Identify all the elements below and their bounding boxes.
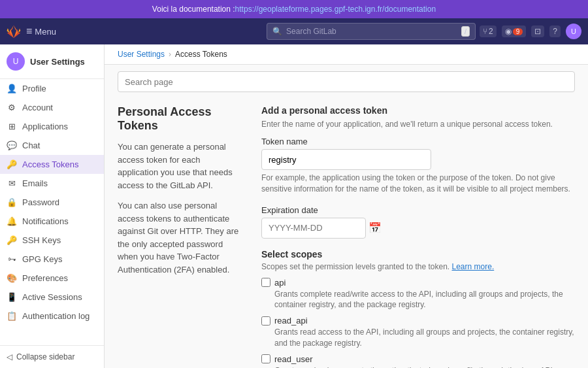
scope-read-user-name: read_user — [274, 354, 313, 364]
add-token-subtitle: Enter the name of your application, and … — [261, 120, 575, 129]
navbar-search[interactable]: 🔍 Search GitLab / — [267, 23, 476, 40]
sidebar-item-label-password: Password — [22, 197, 59, 207]
scopes-title: Select scopes — [261, 249, 575, 259]
scope-read-api-checkbox[interactable] — [261, 316, 270, 326]
navbar-right: ⑂ 2 ◉ 9 ⊡ ? U — [480, 24, 581, 39]
page-title: Personal Access Tokens — [118, 105, 242, 133]
sidebar-item-chat[interactable]: 💬 Chat — [0, 136, 104, 155]
sidebar-item-applications[interactable]: ⊞ Applications — [0, 117, 104, 136]
breadcrumb-parent[interactable]: User Settings — [118, 50, 165, 59]
main-content: User Settings › Access Tokens Personal A… — [105, 44, 588, 368]
sidebar-user-avatar: U — [7, 52, 25, 71]
token-name-input[interactable] — [261, 149, 431, 170]
sidebar-item-label-preferences: Preferences — [22, 273, 68, 283]
emails-icon: ✉ — [7, 178, 17, 188]
merge-requests-icon-group[interactable]: ⑂ 2 — [480, 25, 497, 37]
expiration-date-input[interactable] — [261, 218, 366, 239]
scope-api-checkbox[interactable] — [261, 278, 270, 287]
scope-read-user-checkbox[interactable] — [261, 354, 270, 363]
sidebar-item-ssh-keys[interactable]: 🔑 SSH Keys — [0, 231, 104, 250]
calendar-icon[interactable]: 📅 — [368, 222, 382, 234]
account-icon: ⚙ — [7, 103, 17, 112]
sidebar-collapse-button[interactable]: ◁ Collapse sidebar — [0, 345, 104, 368]
sidebar-item-label-account: Account — [22, 103, 53, 112]
navbar: ≡ Menu 🔍 Search GitLab / ⑂ 2 ◉ 9 ⊡ ? U — [0, 18, 588, 44]
sidebar-item-label-chat: Chat — [22, 141, 40, 150]
sidebar-item-label-ssh-keys: SSH Keys — [22, 235, 61, 245]
sidebar-item-label-active-sessions: Active Sessions — [22, 292, 82, 302]
merge-requests-count: 2 — [489, 27, 493, 36]
issues-icon-group[interactable]: ◉ 9 — [502, 25, 527, 37]
topbar-text: Voici la documentation : — [152, 5, 235, 14]
search-page-bar — [105, 65, 588, 99]
sidebar-item-label-auth-log: Authentication log — [22, 311, 90, 321]
search-page-input[interactable] — [118, 71, 575, 92]
collapse-label: Collapse sidebar — [16, 352, 74, 361]
topbar-link[interactable]: https://geoplateforme.pages.gpf-tech.ign… — [235, 5, 436, 14]
scope-api: api Grants complete read/write access to… — [261, 278, 575, 311]
sidebar-item-preferences[interactable]: 🎨 Preferences — [0, 269, 104, 288]
applications-icon: ⊞ — [7, 122, 17, 131]
active-sessions-icon: 📱 — [7, 292, 17, 302]
scope-read-api-desc: Grants read access to the API, including… — [274, 327, 575, 349]
add-token-title: Add a personal access token — [261, 105, 575, 116]
token-name-label: Token name — [261, 137, 575, 146]
scope-read-api-row: read_api — [261, 316, 575, 326]
sidebar-item-auth-log[interactable]: 📋 Authentication log — [0, 307, 104, 326]
scope-api-row: api — [261, 278, 575, 288]
topbar: Voici la documentation : https://geoplat… — [0, 0, 588, 18]
scope-api-desc: Grants complete read/write access to the… — [274, 289, 575, 311]
sidebar-item-emails[interactable]: ✉ Emails — [0, 174, 104, 193]
sidebar-item-password[interactable]: 🔒 Password — [0, 193, 104, 212]
profile-icon: 👤 — [7, 84, 17, 93]
sidebar-item-gpg-keys[interactable]: 🗝 GPG Keys — [0, 250, 104, 269]
token-name-group: Token name For example, the application … — [261, 137, 575, 195]
search-placeholder: Search GitLab — [286, 27, 336, 36]
content-area: Personal Access Tokens You can generate … — [105, 99, 588, 368]
search-shortcut: / — [461, 26, 470, 37]
gpg-keys-icon: 🗝 — [7, 254, 17, 264]
help-icon: ? — [553, 27, 557, 36]
panel-text-1: You can generate a personal access token… — [118, 141, 242, 192]
merge-requests-icon: ⑂ — [483, 27, 487, 36]
user-avatar[interactable]: U — [566, 24, 581, 39]
scopes-subtitle-text: Scopes set the permission levels granted… — [261, 262, 449, 271]
scope-read-user-row: read_user — [261, 354, 575, 364]
sidebar-item-label-gpg-keys: GPG Keys — [22, 254, 62, 264]
sidebar-item-label-emails: Emails — [22, 178, 48, 188]
help-icon-group[interactable]: ? — [549, 25, 561, 37]
sidebar-item-label-notifications: Notifications — [22, 216, 69, 226]
hamburger-icon: ≡ — [26, 25, 32, 37]
breadcrumb-current: Access Tokens — [175, 50, 227, 59]
pipelines-icon-group[interactable]: ⊡ — [531, 25, 544, 37]
learn-more-link[interactable]: Learn more. — [452, 262, 495, 271]
sidebar-user: U User Settings — [0, 44, 104, 79]
sidebar-item-active-sessions[interactable]: 📱 Active Sessions — [0, 288, 104, 307]
menu-button[interactable]: ≡ Menu — [26, 25, 56, 37]
access-tokens-icon: 🔑 — [7, 159, 17, 169]
search-icon: 🔍 — [272, 27, 282, 36]
sidebar-item-profile[interactable]: 👤 Profile — [0, 79, 104, 98]
sidebar-item-notifications[interactable]: 🔔 Notifications — [0, 212, 104, 231]
right-panel: Add a personal access token Enter the na… — [261, 105, 575, 368]
sidebar-item-label-profile: Profile — [22, 84, 46, 93]
token-name-hint: For example, the application using the t… — [261, 173, 575, 195]
breadcrumb: User Settings › Access Tokens — [105, 44, 588, 65]
expiration-date-group: Expiration date 📅 — [261, 205, 575, 239]
collapse-icon: ◁ — [7, 352, 12, 361]
sidebar: U User Settings 👤 Profile ⚙ Account ⊞ Ap… — [0, 44, 105, 368]
gitlab-logo — [7, 24, 21, 39]
scope-read-api: read_api Grants read access to the API, … — [261, 316, 575, 349]
sidebar-user-name: User Settings — [30, 57, 85, 67]
sidebar-item-access-tokens[interactable]: 🔑 Access Tokens — [0, 155, 104, 174]
scopes-subtitle: Scopes set the permission levels granted… — [261, 262, 575, 271]
pipelines-icon: ⊡ — [534, 27, 541, 36]
ssh-keys-icon: 🔑 — [7, 235, 17, 245]
issues-count: 9 — [513, 28, 523, 35]
sidebar-item-label-applications: Applications — [22, 122, 68, 131]
chat-icon: 💬 — [7, 141, 17, 150]
panel-text-2: You can also use personal access tokens … — [118, 199, 242, 276]
left-panel: Personal Access Tokens You can generate … — [118, 105, 261, 368]
sidebar-item-account[interactable]: ⚙ Account — [0, 98, 104, 117]
scope-read-user-desc: Grants read-only access to the authentic… — [274, 365, 575, 368]
